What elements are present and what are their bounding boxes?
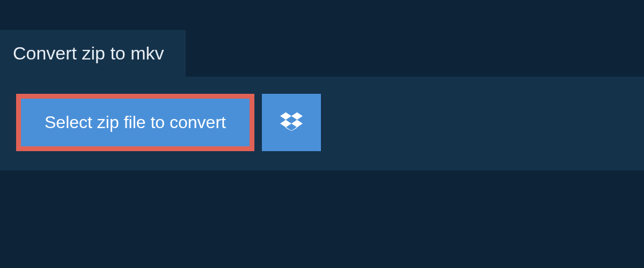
select-file-label: Select zip file to convert (45, 113, 226, 132)
header-tab: Convert zip to mkv (0, 30, 186, 77)
select-file-button[interactable]: Select zip file to convert (16, 94, 254, 151)
page-title: Convert zip to mkv (13, 43, 164, 64)
dropbox-icon (280, 110, 303, 135)
upload-panel: Select zip file to convert (0, 77, 644, 170)
dropbox-button[interactable] (262, 94, 321, 151)
button-row: Select zip file to convert (16, 94, 628, 151)
